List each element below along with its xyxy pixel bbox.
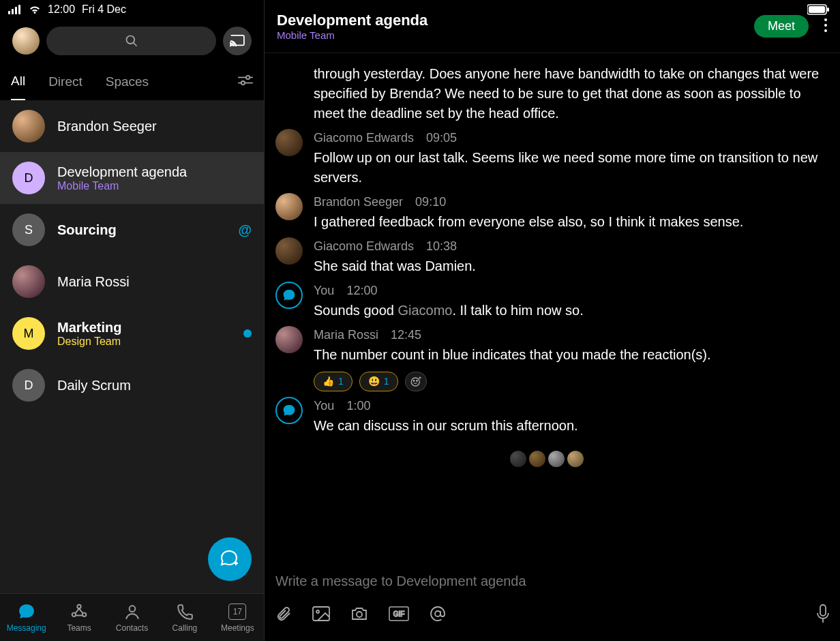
svg-point-13 xyxy=(77,605,80,608)
conversation-avatar: M xyxy=(12,317,45,350)
message-sender: You xyxy=(314,397,334,415)
camera-button[interactable] xyxy=(350,606,368,624)
message-list[interactable]: through yesterday. Does anyone here have… xyxy=(265,53,840,568)
sliders-icon xyxy=(238,74,253,87)
svg-point-23 xyxy=(411,378,419,386)
mention-button[interactable] xyxy=(430,606,446,625)
search-icon xyxy=(125,34,138,48)
mention-badge: @ xyxy=(238,222,252,238)
nav-messaging[interactable]: Messaging xyxy=(0,594,52,641)
read-receipts xyxy=(275,441,822,482)
nav-contacts[interactable]: Contacts xyxy=(106,594,158,641)
conversation-avatar: D xyxy=(12,369,45,402)
filter-tab-direct[interactable]: Direct xyxy=(48,74,82,100)
message-sender: Brandon Seeger xyxy=(314,193,403,211)
cast-button[interactable] xyxy=(223,27,252,55)
message-body: The number count in blue indicates that … xyxy=(314,345,822,365)
svg-point-25 xyxy=(416,380,417,381)
svg-point-22 xyxy=(824,29,827,32)
unread-dot xyxy=(243,329,252,338)
battery-indicator xyxy=(807,4,829,18)
message-body: Sounds good Giacomo. Il talk to him now … xyxy=(314,301,822,320)
conversation-item[interactable]: DDaily Scrum xyxy=(0,359,264,411)
camera-icon xyxy=(350,606,368,621)
at-icon xyxy=(430,606,446,622)
conversation-avatar: D xyxy=(12,162,45,194)
bottom-nav: Messaging Teams Contacts Calling 17 Meet… xyxy=(0,593,264,641)
conversation-item[interactable]: MMarketingDesign Team xyxy=(0,308,264,359)
conversation-title: Development agenda xyxy=(277,12,754,29)
image-button[interactable] xyxy=(312,606,330,624)
contacts-icon xyxy=(123,603,141,621)
conversation-list: Brandon SeegerDDevelopment agendaMobile … xyxy=(0,100,264,593)
new-message-fab[interactable] xyxy=(208,537,252,581)
conversation-subtitle: Design Team xyxy=(57,336,231,348)
filter-settings-button[interactable] xyxy=(238,74,253,89)
conversation-title: Maria Rossi xyxy=(57,274,252,290)
reaction-pill[interactable]: 😃1 xyxy=(359,372,398,391)
status-date: Fri 4 Dec xyxy=(82,3,126,16)
conversation-item[interactable]: DDevelopment agendaMobile Team xyxy=(0,152,264,204)
filter-tab-all[interactable]: All xyxy=(11,74,25,100)
meet-button[interactable]: Meet xyxy=(754,15,809,38)
gif-button[interactable]: GIF xyxy=(389,606,409,624)
message-sender: Maria Rossi xyxy=(314,326,378,344)
mic-button[interactable] xyxy=(817,604,829,626)
conversation-avatar xyxy=(12,265,45,298)
svg-point-29 xyxy=(316,610,319,613)
message-body: Follow up on our last talk. Seems like w… xyxy=(314,148,822,188)
messaging-icon xyxy=(18,603,35,621)
conversation-item[interactable]: Maria Rossi xyxy=(0,256,264,308)
attach-button[interactable] xyxy=(275,606,292,625)
message-body: She said that was Damien. xyxy=(314,256,822,276)
status-time: 12:00 xyxy=(48,3,75,16)
svg-rect-19 xyxy=(827,8,829,12)
reaction-pill[interactable]: 👍1 xyxy=(314,372,352,391)
message-time: 12:45 xyxy=(391,326,421,344)
user-avatar[interactable] xyxy=(12,27,40,55)
mention[interactable]: Giacomo xyxy=(397,303,452,318)
message: Giacomo Edwards09:05Follow up on our las… xyxy=(275,129,822,188)
message-sender: You xyxy=(314,282,334,299)
message-time: 09:10 xyxy=(415,193,446,211)
wifi-icon xyxy=(29,5,41,14)
svg-point-10 xyxy=(241,80,245,84)
svg-point-30 xyxy=(357,612,362,617)
svg-point-21 xyxy=(824,24,827,27)
sidebar: 12:00 Fri 4 Dec All Direct Spaces Brando… xyxy=(0,0,264,641)
message-input[interactable]: Write a message to Development agenda xyxy=(275,573,829,589)
message-time: 1:00 xyxy=(346,397,370,415)
conversation-title: Sourcing xyxy=(57,222,226,238)
filter-tab-spaces[interactable]: Spaces xyxy=(106,74,149,100)
message-body: I gathered feedback from everyone else a… xyxy=(314,212,822,232)
message-avatar xyxy=(275,326,303,353)
nav-teams[interactable]: Teams xyxy=(52,594,105,641)
conversation-avatar: S xyxy=(12,213,45,246)
svg-rect-3 xyxy=(18,5,20,14)
conversation-item[interactable]: Brandon Seeger xyxy=(0,100,264,152)
svg-point-15 xyxy=(82,613,86,616)
message-time: 12:00 xyxy=(346,282,377,299)
nav-meetings[interactable]: 17 Meetings xyxy=(211,594,264,641)
search-input[interactable] xyxy=(46,27,216,55)
svg-rect-34 xyxy=(820,605,826,616)
message-avatar xyxy=(275,237,303,265)
svg-point-20 xyxy=(824,18,827,21)
conversation-item[interactable]: SSourcing@ xyxy=(0,204,264,256)
mic-icon xyxy=(817,604,829,623)
composer: Write a message to Development agenda GI… xyxy=(265,568,840,641)
svg-rect-1 xyxy=(12,9,14,14)
reactions: 👍1😃1 xyxy=(314,372,822,391)
message: Maria Rossi12:45The number count in blue… xyxy=(275,326,822,391)
conversation-avatar xyxy=(12,110,45,143)
you-avatar xyxy=(275,397,303,424)
nav-calling[interactable]: Calling xyxy=(158,594,211,641)
message: You12:00Sounds good Giacomo. Il talk to … xyxy=(275,282,822,320)
calling-icon xyxy=(176,603,194,621)
message-avatar xyxy=(275,129,303,156)
message: Giacomo Edwards10:38She said that was Da… xyxy=(275,237,822,276)
svg-point-16 xyxy=(129,606,135,612)
more-button[interactable] xyxy=(824,18,828,35)
composer-toolbar: GIF xyxy=(275,604,829,626)
add-reaction-button[interactable] xyxy=(405,372,427,391)
